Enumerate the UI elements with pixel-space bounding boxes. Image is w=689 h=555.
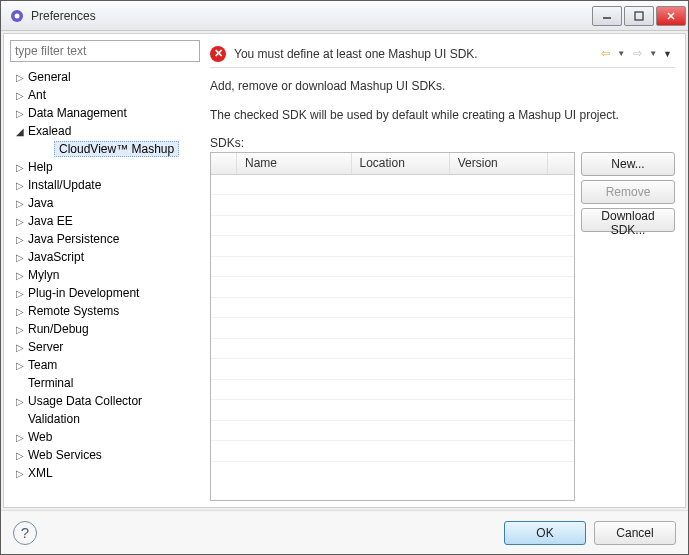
expand-icon[interactable]: ▷ (14, 396, 26, 407)
tree-item-label: Server (26, 340, 65, 354)
tree-item-label: Java Persistence (26, 232, 121, 246)
expand-icon[interactable]: ▷ (14, 252, 26, 263)
svg-rect-3 (635, 12, 643, 20)
tree-item-label: Run/Debug (26, 322, 91, 336)
tree-item[interactable]: ▷JavaScript (10, 248, 200, 266)
expand-icon[interactable]: ▷ (14, 108, 26, 119)
expand-icon[interactable]: ▷ (14, 450, 26, 461)
tree-item-label: Web (26, 430, 54, 444)
tree-item-label: JavaScript (26, 250, 86, 264)
expand-icon[interactable]: ▷ (14, 180, 26, 191)
tree-item[interactable]: ▷Team (10, 356, 200, 374)
table-row (211, 277, 574, 298)
sdk-table-body (211, 175, 574, 500)
tree-item-label: XML (26, 466, 55, 480)
table-row (211, 298, 574, 319)
col-location[interactable]: Location (352, 153, 450, 174)
tree-item-label: Web Services (26, 448, 104, 462)
tree-item[interactable]: ▷Plug-in Development (10, 284, 200, 302)
title-bar: Preferences (1, 1, 688, 31)
tree-item[interactable]: ▷Help (10, 158, 200, 176)
tree-item[interactable]: ▷Web (10, 428, 200, 446)
nav-arrows: ⇦ ▼ ⇨ ▼ ▼ (596, 45, 675, 63)
dialog-body: ▷General▷Ant▷Data Management◢Exalead▷Clo… (3, 33, 686, 508)
sdk-buttons: New... Remove Download SDK... (581, 152, 675, 501)
forward-menu-icon[interactable]: ▼ (649, 49, 657, 58)
right-panel: ✕ You must define at least one Mashup UI… (206, 40, 679, 501)
tree-item[interactable]: ▷Java Persistence (10, 230, 200, 248)
expand-icon[interactable]: ▷ (14, 342, 26, 353)
minimize-button[interactable] (592, 6, 622, 26)
expand-icon[interactable]: ▷ (14, 432, 26, 443)
preferences-dialog: Preferences ▷General▷Ant▷Data Management… (0, 0, 689, 555)
tree-item[interactable]: ▷Mylyn (10, 266, 200, 284)
tree-item[interactable]: ▷Ant (10, 86, 200, 104)
view-menu-icon[interactable]: ▼ (663, 49, 672, 59)
expand-icon[interactable]: ▷ (14, 270, 26, 281)
expand-icon[interactable]: ▷ (14, 216, 26, 227)
tree-item[interactable]: ▷Validation (10, 410, 200, 428)
expand-icon[interactable]: ▷ (14, 324, 26, 335)
tree-item-label: Help (26, 160, 55, 174)
ok-button[interactable]: OK (504, 521, 586, 545)
sdk-table[interactable]: Name Location Version (210, 152, 575, 501)
cancel-button[interactable]: Cancel (594, 521, 676, 545)
sdks-label: SDKs: (210, 136, 675, 150)
tree-item-label: Terminal (26, 376, 75, 390)
message-bar: ✕ You must define at least one Mashup UI… (210, 40, 675, 68)
tree-item[interactable]: ▷Data Management (10, 104, 200, 122)
tree-item-label: Remote Systems (26, 304, 121, 318)
maximize-button[interactable] (624, 6, 654, 26)
table-row (211, 216, 574, 237)
close-button[interactable] (656, 6, 686, 26)
expand-icon[interactable]: ▷ (14, 234, 26, 245)
tree-item-label: CloudView™ Mashup (54, 141, 179, 157)
col-version[interactable]: Version (450, 153, 548, 174)
tree-item[interactable]: ▷Terminal (10, 374, 200, 392)
help-icon[interactable]: ? (13, 521, 37, 545)
download-sdk-button[interactable]: Download SDK... (581, 208, 675, 232)
tree-item[interactable]: ▷General (10, 68, 200, 86)
new-button[interactable]: New... (581, 152, 675, 176)
expand-icon[interactable]: ▷ (14, 90, 26, 101)
expand-icon[interactable]: ▷ (14, 162, 26, 173)
filter-input[interactable] (10, 40, 200, 62)
col-name[interactable]: Name (237, 153, 352, 174)
tree-item[interactable]: ▷Install/Update (10, 176, 200, 194)
remove-button[interactable]: Remove (581, 180, 675, 204)
tree-item[interactable]: ▷Usage Data Collector (10, 392, 200, 410)
tree-item[interactable]: ◢Exalead (10, 122, 200, 140)
error-icon: ✕ (210, 46, 226, 62)
tree-item-label: Java EE (26, 214, 75, 228)
left-panel: ▷General▷Ant▷Data Management◢Exalead▷Clo… (10, 40, 200, 501)
expand-icon[interactable]: ▷ (14, 198, 26, 209)
tree-item[interactable]: ▷Server (10, 338, 200, 356)
expand-icon[interactable]: ▷ (14, 72, 26, 83)
preferences-tree[interactable]: ▷General▷Ant▷Data Management◢Exalead▷Clo… (10, 66, 200, 501)
tree-item[interactable]: ▷Web Services (10, 446, 200, 464)
tree-item[interactable]: ▷CloudView™ Mashup (10, 140, 200, 158)
tree-item-label: Data Management (26, 106, 129, 120)
svg-point-1 (15, 13, 20, 18)
tree-item[interactable]: ▷XML (10, 464, 200, 482)
expand-icon[interactable]: ▷ (14, 288, 26, 299)
table-row (211, 380, 574, 401)
tree-item-label: Mylyn (26, 268, 61, 282)
forward-icon[interactable]: ⇨ (628, 45, 646, 63)
back-menu-icon[interactable]: ▼ (617, 49, 625, 58)
table-row (211, 421, 574, 442)
tree-item[interactable]: ▷Java EE (10, 212, 200, 230)
tree-item[interactable]: ▷Java (10, 194, 200, 212)
tree-item[interactable]: ▷Run/Debug (10, 320, 200, 338)
table-row (211, 195, 574, 216)
collapse-icon[interactable]: ◢ (14, 126, 26, 137)
expand-icon[interactable]: ▷ (14, 306, 26, 317)
col-check[interactable] (211, 153, 237, 174)
expand-icon[interactable]: ▷ (14, 360, 26, 371)
expand-icon[interactable]: ▷ (14, 468, 26, 479)
col-spacer (548, 153, 574, 174)
tree-item-label: Team (26, 358, 59, 372)
back-icon[interactable]: ⇦ (596, 45, 614, 63)
window-title: Preferences (31, 9, 590, 23)
tree-item[interactable]: ▷Remote Systems (10, 302, 200, 320)
